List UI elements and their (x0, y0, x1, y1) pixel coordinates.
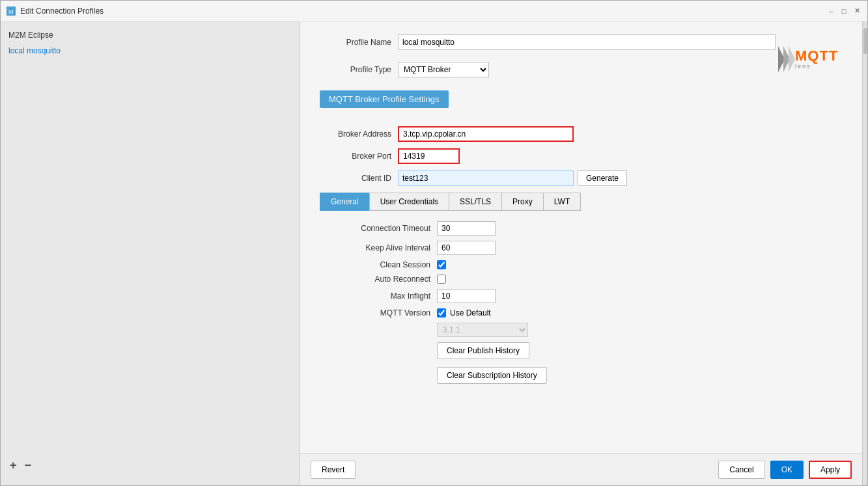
client-id-row: Client ID Generate (320, 170, 843, 186)
profile-name-row: Profile Name Profile Type MQTT Broker (320, 34, 843, 84)
sidebar: M2M Eclipse local mosquitto + − (1, 21, 300, 485)
use-default-checkbox[interactable] (437, 308, 446, 317)
svg-text:M: M (8, 8, 14, 15)
profile-type-form-row: Profile Type MQTT Broker (320, 62, 776, 77)
connection-timeout-label: Connection Timeout (333, 224, 437, 233)
keep-alive-row: Keep Alive Interval (333, 241, 843, 255)
right-scrollbar (862, 21, 867, 485)
profile-name-form-row: Profile Name (320, 34, 776, 50)
section-header: MQTT Broker Profile Settings (320, 90, 449, 108)
sidebar-group-label: M2M Eclipse (1, 27, 300, 44)
title-bar: M Edit Connection Profiles – □ ✕ (1, 1, 867, 21)
broker-address-input[interactable] (398, 126, 574, 142)
window-controls: – □ ✕ (826, 6, 862, 16)
version-select[interactable]: 3.1.1 (437, 323, 528, 337)
generate-button[interactable]: Generate (578, 170, 627, 186)
auto-reconnect-row: Auto Reconnect (333, 275, 843, 284)
mqtt-version-row: MQTT Version Use Default (333, 308, 843, 317)
footer-right: Cancel OK Apply (718, 461, 852, 479)
keep-alive-input[interactable] (437, 241, 496, 255)
clear-subscription-history-button[interactable]: Clear Subscription History (437, 367, 547, 384)
footer-left: Revert (311, 461, 356, 479)
clean-session-checkbox[interactable] (437, 260, 446, 269)
footer-bar: Revert Cancel OK Apply (300, 453, 862, 485)
mqtt-logo-text: MQTT lens (795, 49, 838, 70)
minimize-button[interactable]: – (826, 6, 836, 16)
window-icon: M (6, 6, 16, 16)
ok-button[interactable]: OK (770, 461, 804, 479)
connection-timeout-input[interactable] (437, 221, 496, 236)
window-title: Edit Connection Profiles (20, 7, 826, 16)
max-inflight-row: Max Inflight (333, 289, 843, 303)
main-content: Profile Name Profile Type MQTT Broker (300, 21, 862, 485)
profile-type-label: Profile Type (320, 65, 398, 74)
mqtt-logo-area: MQTT lens (776, 45, 838, 74)
revert-button[interactable]: Revert (311, 461, 356, 479)
close-button[interactable]: ✕ (852, 6, 862, 16)
cancel-button[interactable]: Cancel (718, 461, 764, 479)
max-inflight-label: Max Inflight (333, 291, 437, 301)
sidebar-item-local-mosquitto[interactable]: local mosquitto (1, 44, 300, 58)
mqtt-version-controls: Use Default (437, 308, 491, 317)
mqtt-version-label: MQTT Version (333, 308, 437, 317)
profile-name-label: Profile Name (320, 38, 398, 47)
max-inflight-input[interactable] (437, 289, 496, 303)
broker-port-label: Broker Port (320, 152, 398, 161)
auto-reconnect-label: Auto Reconnect (333, 275, 437, 284)
clear-publish-history-button[interactable]: Clear Publish History (437, 342, 529, 359)
general-settings: Connection Timeout Keep Alive Interval C… (320, 221, 843, 386)
clean-session-label: Clean Session (333, 260, 437, 269)
clear-subscription-row: Clear Subscription History (333, 367, 843, 386)
remove-connection-button[interactable]: − (25, 459, 32, 472)
broker-port-input[interactable] (398, 148, 460, 164)
tab-ssl-tls[interactable]: SSL/TLS (449, 193, 501, 211)
use-default-label: Use Default (450, 308, 491, 317)
maximize-button[interactable]: □ (839, 6, 849, 16)
main-form: Profile Name Profile Type MQTT Broker (300, 21, 862, 453)
mqtt-logo-icon (776, 45, 795, 74)
broker-address-row: Broker Address (320, 126, 843, 142)
tabs-bar: General User Credentials SSL/TLS Proxy L… (320, 193, 843, 211)
tab-lwt[interactable]: LWT (543, 193, 581, 211)
apply-button[interactable]: Apply (809, 461, 852, 479)
client-id-label: Client ID (320, 174, 398, 183)
tab-general[interactable]: General (320, 193, 369, 211)
profile-type-select[interactable]: MQTT Broker (398, 62, 489, 77)
broker-port-row: Broker Port (320, 148, 843, 164)
version-select-row: 3.1.1 (333, 323, 843, 337)
connection-timeout-row: Connection Timeout (333, 221, 843, 236)
broker-address-label: Broker Address (320, 129, 398, 139)
keep-alive-label: Keep Alive Interval (333, 243, 437, 252)
clear-publish-row: Clear Publish History (333, 342, 843, 362)
tab-user-credentials[interactable]: User Credentials (369, 193, 449, 211)
clean-session-row: Clean Session (333, 260, 843, 269)
auto-reconnect-checkbox[interactable] (437, 275, 446, 284)
add-connection-button[interactable]: + (10, 459, 17, 472)
svg-marker-4 (789, 46, 795, 72)
client-id-input[interactable] (398, 170, 574, 186)
tab-proxy[interactable]: Proxy (501, 193, 543, 211)
profile-name-input[interactable] (398, 34, 776, 50)
